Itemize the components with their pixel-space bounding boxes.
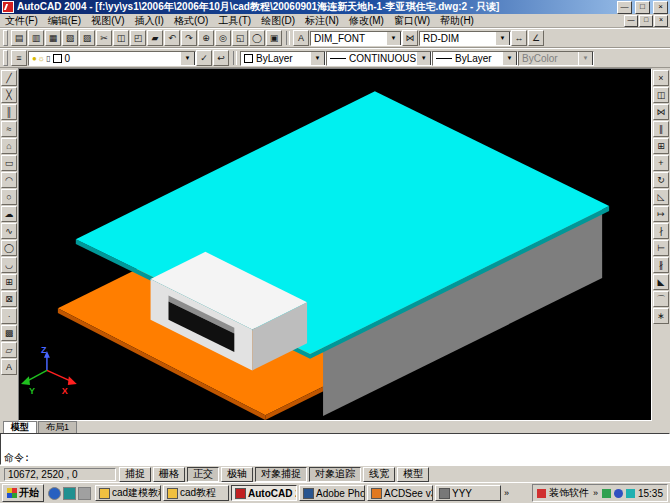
status-toggle[interactable]: 对象捕捉: [255, 467, 307, 482]
chamfer-icon[interactable]: ◣: [653, 274, 669, 290]
minimize-button[interactable]: —: [617, 1, 632, 14]
menu-item[interactable]: 修改(M): [344, 14, 389, 27]
open-file-icon[interactable]: ▥: [28, 30, 44, 46]
linetype-combo[interactable]: CONTINUOUS ▼: [326, 51, 432, 66]
plot-icon[interactable]: ▧: [62, 30, 78, 46]
spline-icon[interactable]: ∿: [1, 223, 17, 239]
arc-icon[interactable]: ◠: [1, 172, 17, 188]
chevron-down-icon[interactable]: ▼: [495, 31, 510, 46]
menu-item[interactable]: 帮助(H): [435, 14, 479, 27]
copy-object-icon[interactable]: ◫: [653, 87, 669, 103]
zoom-previous-icon[interactable]: ◯: [249, 30, 265, 46]
construction-line-icon[interactable]: ╳: [1, 87, 17, 103]
task-button[interactable]: AutoCAD 200...: [231, 485, 297, 501]
chevron-down-icon[interactable]: ▼: [180, 51, 195, 66]
tray-chevron[interactable]: »: [592, 488, 599, 498]
zoom-window-icon[interactable]: ◱: [232, 30, 248, 46]
copy-icon[interactable]: ◫: [113, 30, 129, 46]
hatch-icon[interactable]: ▩: [1, 325, 17, 341]
status-toggle[interactable]: 正交: [187, 467, 219, 482]
tray-icon[interactable]: [537, 489, 546, 498]
menu-item[interactable]: 绘图(D): [256, 14, 300, 27]
lineweight-combo[interactable]: ByLayer ▼: [432, 51, 518, 66]
task-button[interactable]: cad建模教程: [95, 485, 161, 501]
close-button[interactable]: ×: [653, 1, 668, 14]
dim-linear-icon[interactable]: ↔: [511, 30, 527, 46]
chevron-down-icon[interactable]: ▼: [386, 31, 401, 46]
status-toggle[interactable]: 捕捉: [119, 467, 151, 482]
tray-icon[interactable]: [614, 489, 623, 498]
chevron-down-icon[interactable]: ▼: [502, 51, 517, 66]
dim-style-combo[interactable]: RD-DIM ▼: [419, 31, 511, 46]
layer-lock-icon[interactable]: ▯: [46, 54, 50, 63]
layer-combo[interactable]: ● ☼ ▯ 0 ▼: [28, 51, 196, 66]
region-icon[interactable]: ▱: [1, 342, 17, 358]
scale-icon[interactable]: ◺: [653, 189, 669, 205]
circle-icon[interactable]: ○: [1, 189, 17, 205]
mirror-icon[interactable]: ⋈: [653, 104, 669, 120]
polyline-icon[interactable]: ≈: [1, 121, 17, 137]
task-button[interactable]: ACDSee v3.1...: [367, 485, 433, 501]
menu-item[interactable]: 窗口(W): [389, 14, 435, 27]
menu-item[interactable]: 格式(O): [169, 14, 213, 27]
task-button[interactable]: YYY: [435, 485, 501, 501]
status-toggle[interactable]: 极轴: [221, 467, 253, 482]
layer-freeze-icon[interactable]: ☼: [38, 54, 45, 63]
paste-icon[interactable]: ◰: [130, 30, 146, 46]
status-toggle[interactable]: 栅格: [153, 467, 185, 482]
properties-icon[interactable]: ▣: [266, 30, 282, 46]
doc-restore-button[interactable]: □: [639, 15, 653, 27]
break-icon[interactable]: ∦: [653, 257, 669, 273]
move-icon[interactable]: +: [653, 155, 669, 171]
status-toggle[interactable]: 对象追踪: [309, 467, 361, 482]
task-button[interactable]: cad教程: [163, 485, 229, 501]
chevron-down-icon[interactable]: ▼: [416, 51, 431, 66]
ellipse-icon[interactable]: ◯: [1, 240, 17, 256]
save-icon[interactable]: ▦: [45, 30, 61, 46]
restore-button[interactable]: □: [635, 1, 650, 14]
drawing-area[interactable]: Z X Y: [18, 68, 652, 421]
tray-icon[interactable]: [626, 489, 635, 498]
toolbar-grip[interactable]: [3, 50, 8, 66]
command-prompt[interactable]: 命令:: [4, 453, 666, 463]
menu-item[interactable]: 标注(N): [300, 14, 344, 27]
cut-icon[interactable]: ✂: [96, 30, 112, 46]
trim-icon[interactable]: ∤: [653, 223, 669, 239]
menu-item[interactable]: 视图(V): [86, 14, 129, 27]
dim-angular-icon[interactable]: ∠: [528, 30, 544, 46]
extend-icon[interactable]: ⊢: [653, 240, 669, 256]
menu-item[interactable]: 编辑(E): [43, 14, 86, 27]
ellipse-arc-icon[interactable]: ◡: [1, 257, 17, 273]
menu-item[interactable]: 文件(F): [0, 14, 43, 27]
doc-close-button[interactable]: ×: [654, 15, 668, 27]
menu-item[interactable]: 工具(T): [213, 14, 256, 27]
array-icon[interactable]: ⊞: [653, 138, 669, 154]
rectangle-icon[interactable]: ▭: [1, 155, 17, 171]
title-bar[interactable]: AutoCAD 2004 - [f:\yy\ys1\2006年\2006年10月…: [0, 0, 670, 14]
layout-tab[interactable]: 布局1: [38, 421, 77, 433]
offset-icon[interactable]: ∥: [653, 121, 669, 137]
dim-style-icon[interactable]: ⋈: [402, 30, 418, 46]
undo-icon[interactable]: ↶: [164, 30, 180, 46]
redo-icon[interactable]: ↷: [181, 30, 197, 46]
quick-launch-icon[interactable]: [78, 487, 91, 500]
start-button[interactable]: 开始: [2, 484, 44, 502]
revision-cloud-icon[interactable]: ☁: [1, 206, 17, 222]
text-style-icon[interactable]: A: [293, 30, 309, 46]
new-file-icon[interactable]: ▤: [11, 30, 27, 46]
point-icon[interactable]: ∙: [1, 308, 17, 324]
text-style-combo[interactable]: DIM_FONT ▼: [310, 31, 402, 46]
quick-launch-icon[interactable]: [48, 487, 61, 500]
layout-tab[interactable]: 模型: [3, 421, 37, 433]
polygon-icon[interactable]: ⌂: [1, 138, 17, 154]
multiline-icon[interactable]: ║: [1, 104, 17, 120]
color-combo[interactable]: ByLayer ▼: [240, 51, 326, 66]
stretch-icon[interactable]: ↦: [653, 206, 669, 222]
make-layer-current-icon[interactable]: ✓: [196, 50, 212, 66]
layer-on-icon[interactable]: ●: [32, 54, 37, 63]
menu-item[interactable]: 插入(I): [129, 14, 168, 27]
tray-icon[interactable]: [602, 489, 611, 498]
command-line-window[interactable]: 命令:: [0, 433, 670, 465]
toolbar-grip[interactable]: [3, 30, 8, 46]
taskbar-overflow-chevron[interactable]: »: [503, 488, 510, 498]
